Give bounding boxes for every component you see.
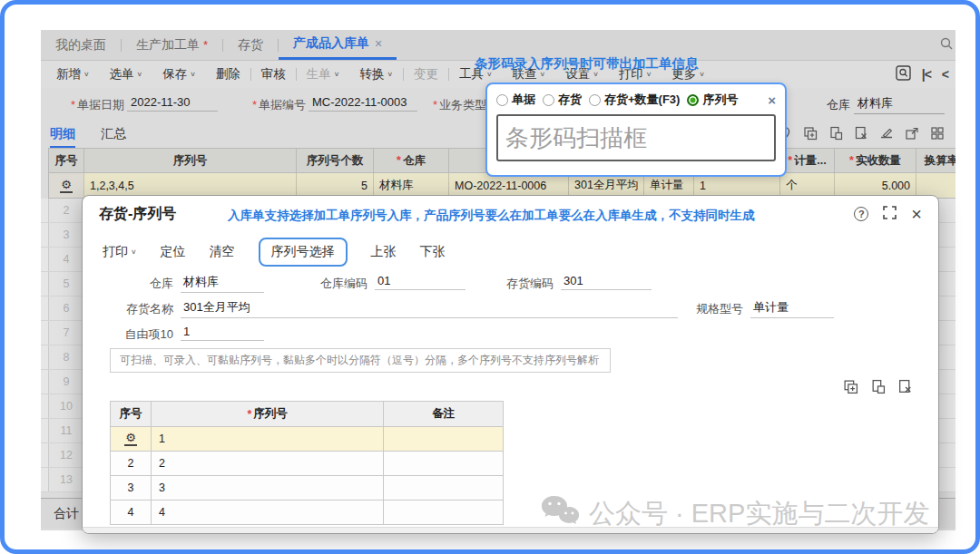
m-item-name-field[interactable]: 301全月平均	[181, 299, 678, 318]
serial-row-4[interactable]: 4 4	[111, 501, 504, 525]
doc-date-label: 单据日期	[71, 97, 124, 113]
first-record-icon[interactable]: |<	[922, 67, 931, 82]
preview-search-icon[interactable]	[896, 65, 911, 83]
current-row-gear-icon: ⚙	[124, 432, 137, 446]
note-cell[interactable]	[384, 476, 504, 501]
col-header-warehouse[interactable]: 仓库	[374, 148, 449, 173]
paste-row-icon[interactable]	[828, 126, 843, 141]
tab-production-order[interactable]: 生产加工单 *	[122, 30, 222, 60]
row-seq-cell: 3	[111, 476, 152, 501]
m-free-item-label: 自由项10	[115, 326, 173, 343]
tab-label: 我的桌面	[55, 37, 106, 53]
help-icon[interactable]: ?	[854, 207, 868, 221]
modal-close-icon[interactable]: ×	[911, 207, 922, 221]
modal-header: 存货-序列号 入库单支持选择加工单序列号入库，产品序列号要么在加工单要么在入库单…	[83, 196, 938, 232]
popup-close-icon[interactable]: ×	[768, 92, 776, 108]
modal-table-icons	[843, 379, 913, 394]
tab-finished-goods-receipt[interactable]: 产成品入库单 ×	[279, 30, 397, 60]
doc-date-field[interactable]: 2022-11-30	[127, 95, 218, 112]
modal-prev-doc-button[interactable]: 上张	[371, 244, 397, 260]
m-item-code-field[interactable]: 301	[561, 274, 652, 290]
modal-next-doc-button[interactable]: 下张	[420, 244, 446, 260]
tab-label: 生产加工单	[136, 37, 200, 53]
serial-cell[interactable]: 3	[152, 476, 384, 501]
col-header-received-qty[interactable]: 实收数量	[835, 148, 916, 173]
col-header-seq[interactable]: 序号	[111, 402, 152, 427]
row-seq-cell: 2	[111, 452, 152, 476]
select-order-button[interactable]: 选单∨	[100, 66, 153, 83]
caret-down-icon: ∨	[137, 71, 143, 78]
paste-row-icon[interactable]	[870, 379, 886, 394]
col-header-serials[interactable]: 序列号	[84, 148, 297, 173]
doc-no-label: 单据编号	[252, 97, 306, 113]
global-search-icon[interactable]	[939, 36, 954, 53]
m-item-code-label: 存货编码	[495, 276, 554, 292]
tab-detail[interactable]: 明细	[50, 126, 75, 149]
note-cell[interactable]	[384, 501, 504, 525]
copy-add-row-icon[interactable]	[803, 126, 818, 141]
biz-type-label: 业务类型	[433, 97, 486, 113]
serial-row-2[interactable]: 2 2	[111, 452, 504, 476]
col-header-unit[interactable]: 计量...	[780, 148, 835, 173]
save-button[interactable]: 保存∨	[152, 66, 206, 83]
barcode-scan-popup: 单据 存货 存货+数量(F3) 序列号 ×	[485, 83, 787, 177]
copy-add-row-icon[interactable]	[843, 379, 858, 394]
modal-print-button[interactable]: 打印∨	[103, 244, 137, 260]
m-spec-field[interactable]: 单计量	[750, 299, 834, 318]
unsaved-marker-icon: *	[203, 38, 208, 52]
tab-my-desktop[interactable]: 我的桌面	[41, 30, 121, 60]
serial-cell[interactable]: 4	[152, 501, 384, 525]
open-external-icon[interactable]	[905, 126, 919, 141]
serial-input-hint: 可扫描、可录入、可黏贴序列号，黏贴多个时以分隔符（逗号）分隔，多个序列号不支持序…	[110, 348, 611, 373]
doc-no-field[interactable]: MC-2022-11-0003	[309, 95, 417, 112]
convert-button[interactable]: 转换∨	[349, 66, 403, 83]
m-warehouse-field[interactable]: 材料库	[181, 274, 264, 293]
col-header-seq[interactable]: 序号	[48, 148, 84, 173]
tab-close-icon[interactable]: ×	[375, 36, 382, 51]
radio-inventory-qty[interactable]: 存货+数量(F3)	[589, 92, 680, 108]
m-warehouse-code-field[interactable]: 01	[375, 274, 466, 290]
radio-icon	[589, 94, 601, 106]
delete-row-icon[interactable]	[897, 379, 913, 394]
warehouse-field[interactable]: 材料库	[854, 95, 945, 114]
col-header-serial[interactable]: 序列号	[152, 402, 384, 427]
delete-row-icon[interactable]	[854, 126, 868, 141]
tab-inventory[interactable]: 存货	[223, 30, 278, 60]
caret-down-icon: ∨	[83, 71, 90, 78]
col-header-conversion-rate[interactable]: 换算率	[916, 148, 956, 173]
serial-row-1[interactable]: ⚙ 1	[111, 427, 504, 452]
current-row-gear-icon: ⚙	[60, 179, 73, 193]
barcode-scan-input[interactable]	[496, 114, 776, 161]
delete-button[interactable]: 删除	[206, 66, 250, 83]
col-header-note[interactable]: 备注	[384, 402, 504, 427]
modal-clear-button[interactable]: 清空	[210, 244, 235, 260]
radio-serial-number[interactable]: 序列号	[687, 92, 738, 108]
serial-table-header: 序号 序列号 备注	[111, 402, 504, 427]
tab-summary[interactable]: 汇总	[101, 126, 126, 142]
serial-cell[interactable]: 1	[152, 427, 384, 452]
note-cell[interactable]	[384, 427, 504, 452]
modal-header-icons: ? ×	[854, 206, 922, 223]
radio-inventory[interactable]: 存货	[543, 92, 582, 108]
batch-edit-icon[interactable]	[879, 126, 894, 141]
change-button[interactable]: 变更	[404, 66, 448, 83]
watermark: 公众号 · ERP实施与二次开发	[540, 494, 929, 533]
tab-label: 存货	[238, 37, 263, 53]
new-button[interactable]: 新增∨	[46, 66, 100, 83]
maximize-icon[interactable]	[883, 206, 897, 223]
m-free-item-field[interactable]: 1	[181, 325, 264, 341]
radio-icon	[496, 94, 508, 106]
modal-serial-select-button[interactable]: 序列号选择	[259, 238, 348, 267]
previous-record-icon[interactable]: <	[942, 67, 948, 82]
col-header-serial-count[interactable]: 序列号个数	[297, 148, 374, 173]
radio-document[interactable]: 单据	[496, 92, 535, 108]
modal-toolbar: 打印∨ 定位 清空 序列号选择 上张 下张	[83, 232, 938, 274]
serial-row-3[interactable]: 3 3	[111, 476, 504, 501]
screenshot-frame: 我的桌面 生产加工单 * 存货 产成品入库单 × 新增∨ 选单∨	[0, 0, 980, 554]
modal-locate-button[interactable]: 定位	[161, 244, 186, 260]
layout-grid-icon[interactable]	[930, 126, 945, 141]
generate-button[interactable]: 生单∨	[297, 66, 350, 83]
note-cell[interactable]	[384, 452, 504, 476]
audit-button[interactable]: 审核	[251, 66, 296, 83]
serial-cell[interactable]: 2	[152, 452, 384, 476]
